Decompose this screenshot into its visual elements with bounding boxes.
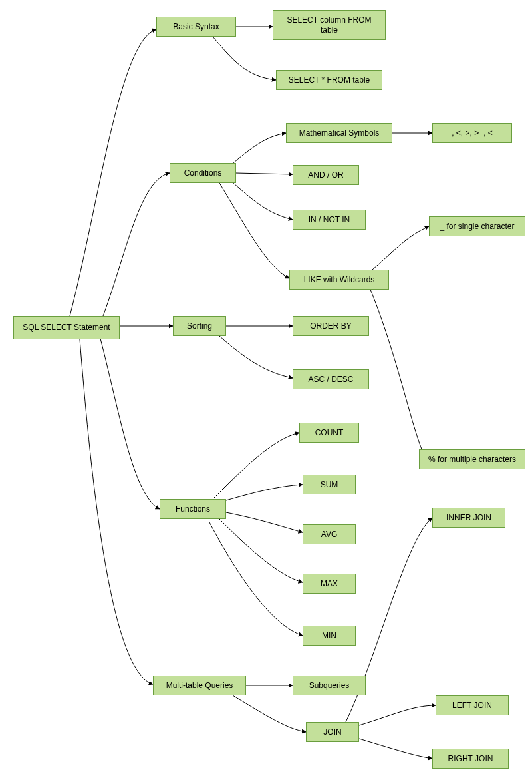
- node-conditions: Conditions: [170, 163, 236, 183]
- node-label: Basic Syntax: [173, 22, 219, 32]
- node-label: SUM: [321, 480, 338, 490]
- node-in-notin: IN / NOT IN: [293, 210, 366, 230]
- node-left-join: LEFT JOIN: [436, 695, 509, 715]
- node-count: COUNT: [299, 423, 359, 443]
- node-sum: SUM: [303, 475, 356, 494]
- node-label: SELECT column FROM table: [277, 15, 381, 35]
- node-sorting: Sorting: [173, 316, 226, 336]
- node-label: IN / NOT IN: [309, 215, 350, 225]
- node-label: SQL SELECT Statement: [23, 323, 110, 333]
- node-label: _ for single character: [440, 222, 514, 232]
- node-select-star: SELECT * FROM table: [276, 70, 382, 90]
- node-label: Multi-table Queries: [166, 681, 233, 691]
- node-label: MIN: [322, 631, 336, 641]
- node-symbols-list: =, <, >, >=, <=: [432, 123, 512, 143]
- node-label: JOIN: [323, 727, 341, 737]
- node-label: LIKE with Wildcards: [304, 275, 375, 285]
- node-multi-table: Multi-table Queries: [153, 676, 246, 695]
- node-join: JOIN: [306, 722, 359, 742]
- node-right-join: RIGHT JOIN: [432, 749, 509, 769]
- node-label: LEFT JOIN: [452, 701, 492, 711]
- node-label: Subqueries: [309, 681, 350, 691]
- node-basic-syntax: Basic Syntax: [156, 17, 236, 37]
- edges-layer: [0, 0, 532, 782]
- node-subqueries: Subqueries: [293, 676, 366, 695]
- node-label: Conditions: [184, 168, 222, 178]
- node-label: =, <, >, >=, <=: [447, 128, 497, 138]
- node-min: MIN: [303, 626, 356, 646]
- node-label: % for multiple characters: [428, 455, 516, 465]
- node-max: MAX: [303, 574, 356, 594]
- node-like: LIKE with Wildcards: [289, 270, 389, 290]
- node-math-symbols: Mathematical Symbols: [286, 123, 392, 143]
- node-label: AVG: [321, 530, 337, 540]
- node-label: Mathematical Symbols: [299, 128, 380, 138]
- diagram-canvas: SQL SELECT Statement Basic Syntax Condit…: [0, 0, 532, 782]
- node-label: ASC / DESC: [308, 375, 353, 385]
- node-avg: AVG: [303, 524, 356, 544]
- node-label: RIGHT JOIN: [448, 754, 493, 764]
- node-label: Sorting: [187, 321, 212, 331]
- node-percent: % for multiple characters: [419, 449, 525, 469]
- node-root: SQL SELECT Statement: [13, 316, 120, 339]
- node-label: MAX: [321, 579, 338, 589]
- node-and-or: AND / OR: [293, 165, 359, 185]
- node-functions: Functions: [160, 499, 226, 519]
- node-label: Functions: [176, 504, 210, 514]
- node-order-by: ORDER BY: [293, 316, 369, 336]
- node-label: AND / OR: [308, 170, 343, 180]
- node-asc-desc: ASC / DESC: [293, 369, 369, 389]
- node-label: ORDER BY: [310, 321, 352, 331]
- node-label: SELECT * FROM table: [289, 75, 370, 85]
- node-label: INNER JOIN: [446, 513, 491, 523]
- node-label: COUNT: [315, 428, 344, 438]
- node-underscore: _ for single character: [429, 216, 525, 236]
- node-select-col: SELECT column FROM table: [273, 10, 386, 40]
- node-inner-join: INNER JOIN: [432, 508, 505, 528]
